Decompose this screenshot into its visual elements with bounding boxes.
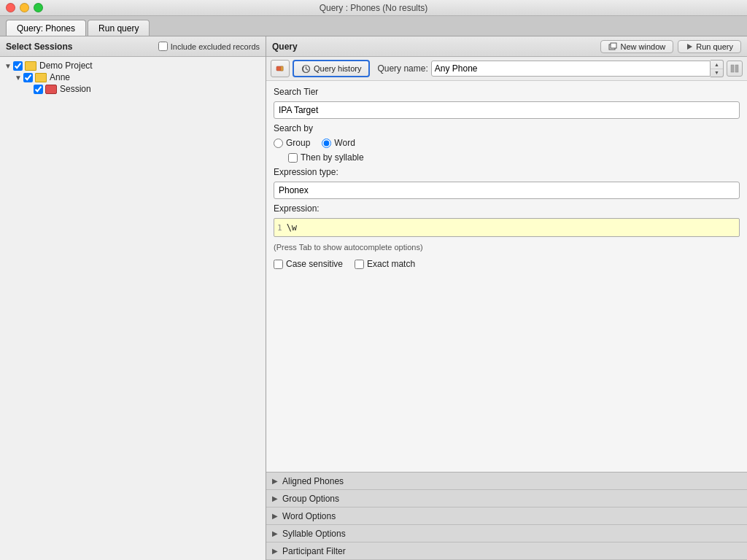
- section-arrow-group-options: ▶: [272, 494, 278, 502]
- query-panel-title: Query: [272, 42, 298, 52]
- expression-type-dropdown-wrapper: Phonex: [274, 182, 740, 199]
- options-checkboxes-row: Case sensitive Exact match: [274, 259, 740, 269]
- exact-match-checkbox[interactable]: [355, 260, 364, 269]
- section-participant-filter[interactable]: ▶ Participant Filter: [266, 542, 747, 560]
- expression-type-row: Expression type:: [274, 167, 740, 177]
- svg-rect-7: [731, 65, 734, 72]
- search-tier-label: Search Tier: [274, 87, 318, 97]
- query-name-down-arrow[interactable]: ▼: [711, 69, 723, 77]
- header-buttons: New window Run query: [600, 40, 741, 53]
- query-name-up-arrow[interactable]: ▲: [711, 61, 723, 69]
- case-sensitive-item[interactable]: Case sensitive: [274, 259, 343, 269]
- tree-item-anne[interactable]: ▼ Anne: [13, 71, 263, 83]
- anne-checkbox[interactable]: [23, 73, 33, 82]
- history-icon: [301, 64, 311, 74]
- syllable-checkbox-item[interactable]: Then by syllable: [288, 152, 364, 163]
- include-excluded-checkbox[interactable]: [158, 42, 168, 51]
- eraser-icon: [275, 63, 285, 74]
- search-by-label: Search by: [274, 123, 313, 133]
- section-syllable-options[interactable]: ▶ Syllable Options: [266, 525, 747, 542]
- left-panel: Select Sessions Include excluded records…: [0, 36, 266, 560]
- search-tier-dropdown-wrapper: IPA Target: [274, 101, 740, 119]
- tree-arrow-anne: ▼: [13, 74, 23, 82]
- window-controls: [6, 3, 43, 12]
- group-radio-label: Group: [286, 138, 310, 148]
- right-panel: Query New window Run query: [266, 36, 747, 560]
- query-name-label: Query name:: [377, 63, 427, 74]
- folder-icon-demo-project: [25, 61, 36, 71]
- group-radio-item[interactable]: Group: [274, 138, 310, 148]
- expression-input[interactable]: [287, 222, 736, 233]
- svg-rect-4: [281, 66, 283, 71]
- tab-query-phones[interactable]: Query: Phones: [6, 20, 86, 36]
- eraser-button[interactable]: [271, 60, 290, 77]
- expression-type-label: Expression type:: [274, 167, 338, 177]
- query-history-button[interactable]: Query history: [293, 60, 370, 77]
- expression-type-dropdown[interactable]: Phonex: [274, 182, 740, 199]
- case-sensitive-checkbox[interactable]: [274, 260, 283, 269]
- expression-label-row: Expression:: [274, 203, 740, 214]
- title-bar: Query : Phones (No results): [0, 0, 747, 16]
- case-sensitive-label: Case sensitive: [286, 259, 343, 269]
- word-radio-label: Word: [334, 138, 355, 148]
- tree-arrow-demo-project: ▼: [3, 62, 13, 70]
- query-name-stepper[interactable]: ▲ ▼: [711, 60, 724, 77]
- section-aligned-phones[interactable]: ▶ Aligned Phones: [266, 472, 747, 490]
- anne-label: Anne: [50, 72, 70, 82]
- search-by-row: Search by: [274, 123, 740, 133]
- then-by-syllable-row: Then by syllable: [274, 152, 740, 163]
- exact-match-label: Exact match: [367, 259, 415, 269]
- demo-project-label: Demo Project: [39, 61, 93, 71]
- section-label-syllable-options: Syllable Options: [282, 529, 346, 539]
- minimize-button[interactable]: [20, 3, 29, 12]
- split-icon: [730, 64, 739, 73]
- expression-line-number: 1: [277, 223, 282, 233]
- left-panel-header: Select Sessions Include excluded records: [0, 36, 266, 57]
- maximize-button[interactable]: [34, 3, 43, 12]
- expression-label: Expression:: [274, 203, 320, 214]
- session-label: Session: [60, 84, 91, 94]
- section-label-word-options: Word Options: [282, 511, 336, 521]
- section-group-options[interactable]: ▶ Group Options: [266, 490, 747, 508]
- tree-item-demo-project[interactable]: ▼ Demo Project: [3, 60, 263, 71]
- section-arrow-aligned-phones: ▶: [272, 477, 278, 485]
- syllable-checkbox[interactable]: [288, 153, 298, 163]
- tab-run-query[interactable]: Run query: [88, 20, 150, 36]
- close-button[interactable]: [6, 3, 15, 12]
- search-tier-row: Search Tier: [274, 87, 740, 97]
- sessions-title: Select Sessions: [6, 42, 72, 52]
- expression-type-dropdown-row: Phonex: [274, 182, 740, 199]
- section-word-options[interactable]: ▶ Word Options: [266, 508, 747, 525]
- exact-match-item[interactable]: Exact match: [355, 259, 415, 269]
- section-arrow-word-options: ▶: [272, 512, 278, 520]
- demo-project-checkbox[interactable]: [13, 61, 23, 71]
- toolbar-row: Query history Query name: ▲ ▼: [266, 57, 747, 81]
- main-layout: Select Sessions Include excluded records…: [0, 36, 747, 560]
- run-query-button[interactable]: Run query: [678, 40, 741, 53]
- section-arrow-syllable-options: ▶: [272, 529, 278, 537]
- include-excluded-option[interactable]: Include excluded records: [158, 42, 260, 51]
- group-radio[interactable]: [274, 139, 283, 148]
- search-tier-dropdown[interactable]: IPA Target: [274, 101, 740, 119]
- tab-bar: Query: Phones Run query: [0, 16, 747, 36]
- session-checkbox[interactable]: [34, 85, 43, 94]
- word-radio[interactable]: [322, 139, 331, 148]
- query-name-input-wrapper: ▲ ▼: [431, 60, 724, 77]
- new-window-button[interactable]: New window: [600, 40, 673, 53]
- query-name-input[interactable]: [431, 61, 711, 77]
- split-button[interactable]: [727, 61, 743, 77]
- right-panel-header: Query New window Run query: [266, 36, 747, 57]
- search-tier-dropdown-row: IPA Target: [274, 101, 740, 119]
- svg-rect-8: [735, 65, 738, 72]
- section-label-group-options: Group Options: [282, 494, 339, 504]
- search-by-radio-group: Group Word: [274, 138, 355, 148]
- include-excluded-label: Include excluded records: [171, 42, 260, 51]
- tree-item-session[interactable]: Session: [23, 83, 263, 95]
- svg-marker-2: [687, 44, 692, 50]
- run-query-icon: [686, 43, 693, 50]
- svg-rect-1: [611, 43, 616, 48]
- expandable-sections: ▶ Aligned Phones ▶ Group Options ▶ Word …: [266, 472, 747, 560]
- window-title: Query : Phones (No results): [320, 3, 428, 13]
- word-radio-item[interactable]: Word: [322, 138, 355, 148]
- folder-icon-anne: [35, 73, 47, 82]
